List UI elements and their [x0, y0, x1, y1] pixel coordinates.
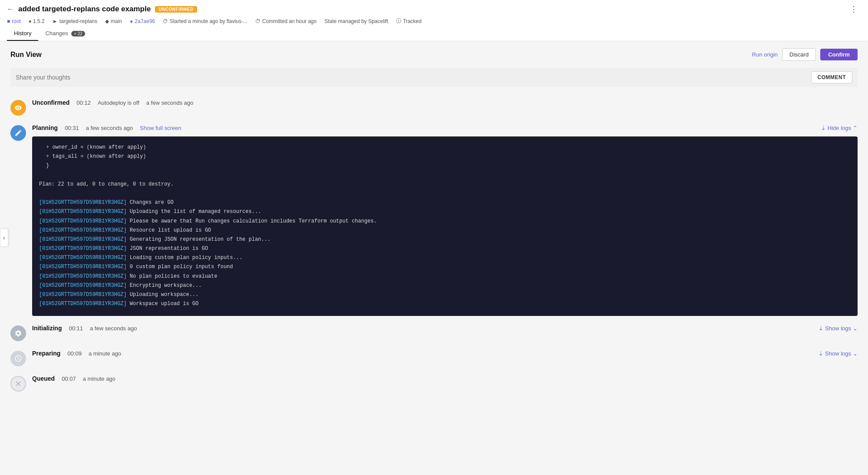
initializing-step: Initializing 00:11 a few seconds ago ⇣ S…: [32, 325, 858, 332]
preparing-icon: [10, 351, 26, 366]
committed-label: Committed an hour ago: [262, 18, 317, 24]
planning-step: Planning 00:31 a few seconds ago Show fu…: [32, 124, 858, 316]
list-item: Unconfirmed 00:12 Autodeploy is off a fe…: [10, 99, 858, 116]
download-icon: ⇣: [818, 350, 823, 357]
list-item: Planning 00:31 a few seconds ago Show fu…: [10, 124, 858, 316]
step-duration: 00:07: [62, 375, 76, 382]
sidebar-chevron[interactable]: ‹: [0, 229, 8, 247]
log-line: + tags_all = (known after apply): [39, 153, 851, 161]
step-duration: 00:09: [67, 350, 82, 357]
run-origin-button[interactable]: Run origin: [752, 51, 778, 58]
log-line: + owner_id = (known after apply): [39, 143, 851, 152]
log-line: [01H52GRTTDH597D59RB1YR3HGZ] Loading cus…: [39, 254, 851, 262]
unconfirmed-icon: [10, 100, 26, 116]
step-extra: Autodeploy is off: [98, 100, 139, 106]
list-item: Preparing 00:09 a minute ago ⇣ Show logs…: [10, 350, 858, 366]
committed-icon: ⏱: [255, 18, 261, 24]
status-badge: UNCONFIRMED: [155, 6, 197, 13]
log-line: [01H52GRTTDH597D59RB1YR3HGZ] No plan pol…: [39, 272, 851, 281]
list-item: Initializing 00:11 a few seconds ago ⇣ S…: [10, 325, 858, 341]
show-fullscreen-button[interactable]: Show full screen: [140, 125, 181, 131]
log-line: }: [39, 162, 851, 170]
state-label: State managed by Spacelift: [324, 18, 388, 24]
step-duration: 00:11: [69, 325, 83, 332]
confirm-button[interactable]: Confirm: [820, 49, 858, 60]
version-icon: ♦: [29, 18, 31, 24]
log-line: [01H52GRTTDH597D59RB1YR3HGZ] 0 custom pl…: [39, 263, 851, 271]
changes-badge: + 22: [71, 31, 85, 37]
tab-changes[interactable]: Changes + 22: [38, 27, 92, 41]
tracked-label: Tracked: [403, 18, 422, 24]
log-line: [01H52GRTTDH597D59RB1YR3HGZ] Resource li…: [39, 226, 851, 235]
log-line: [01H52GRTTDH597D59RB1YR3HGZ] Generating …: [39, 236, 851, 244]
ref-icon: ◆: [105, 18, 109, 24]
ref-label: main: [111, 18, 122, 24]
comment-box: COMMENT: [10, 68, 858, 87]
step-name: Preparing: [32, 350, 60, 357]
run-view-title: Run View: [10, 51, 42, 59]
run-view-header: Run View Run origin Discard Confirm: [0, 41, 868, 68]
log-line: [01H52GRTTDH597D59RB1YR3HGZ] Uploading w…: [39, 291, 851, 299]
clock-icon: ⏱: [163, 18, 168, 24]
step-time: a few seconds ago: [90, 325, 137, 332]
show-logs-button[interactable]: ⇣ Show logs ⌄: [818, 350, 858, 357]
show-logs-label: Show logs: [825, 325, 851, 332]
hide-logs-button[interactable]: ⇣ Hide logs ⌃: [821, 125, 858, 131]
step-name: Queued: [32, 375, 55, 382]
main-content: COMMENT Unconfirmed 00:12 Autodeploy is …: [0, 68, 868, 411]
top-bar: ← added targeted-replans code example UN…: [0, 0, 868, 41]
info-icon: ⓘ: [396, 17, 401, 25]
meta-row: ■ root ♦ 1.5.2 ► targeted-replans ◆ main…: [7, 17, 861, 25]
preparing-step: Preparing 00:09 a minute ago ⇣ Show logs…: [32, 350, 858, 357]
commit-icon: ●: [130, 18, 133, 24]
branch-icon: ►: [53, 18, 58, 24]
chevron-down-icon: ⌄: [853, 350, 858, 357]
step-name: Unconfirmed: [32, 99, 69, 106]
queued-step: Queued 00:07 a minute ago: [32, 375, 858, 382]
discard-button[interactable]: Discard: [782, 48, 816, 61]
comment-button[interactable]: COMMENT: [811, 71, 853, 83]
version-label: 1.5.2: [33, 18, 45, 24]
page-title: added targeted-replans code example: [18, 5, 151, 13]
tab-history[interactable]: History: [7, 27, 38, 41]
tabs-row: History Changes + 22: [7, 27, 861, 41]
log-terminal: + owner_id = (known after apply) + tags_…: [32, 136, 858, 316]
list-item: Queued 00:07 a minute ago: [10, 375, 858, 392]
log-line: [01H52GRTTDH597D59RB1YR3HGZ] Please be a…: [39, 217, 851, 226]
root-link[interactable]: root: [12, 18, 21, 24]
log-line: [39, 171, 851, 179]
chevron-down-icon: ⌄: [853, 325, 858, 332]
log-line: [01H52GRTTDH597D59RB1YR3HGZ] Changes are…: [39, 199, 851, 207]
step-time: a few seconds ago: [146, 100, 193, 106]
log-line: [01H52GRTTDH597D59RB1YR3HGZ] JSON repres…: [39, 245, 851, 253]
download-icon: ⇣: [818, 325, 823, 332]
timeline: Unconfirmed 00:12 Autodeploy is off a fe…: [10, 99, 858, 400]
root-icon: ■: [7, 18, 10, 24]
unconfirmed-step: Unconfirmed 00:12 Autodeploy is off a fe…: [32, 99, 858, 106]
show-logs-button[interactable]: ⇣ Show logs ⌄: [818, 325, 858, 332]
log-line: [01H52GRTTDH597D59RB1YR3HGZ] Encrypting …: [39, 282, 851, 290]
header-actions: Run origin Discard Confirm: [752, 48, 858, 61]
step-name: Planning: [32, 124, 58, 131]
step-name: Initializing: [32, 325, 62, 332]
log-line: [01H52GRTTDH597D59RB1YR3HGZ] Uploading t…: [39, 208, 851, 216]
chevron-up-icon: ⌃: [853, 125, 858, 131]
step-duration: 00:12: [76, 100, 91, 106]
initializing-icon: [10, 326, 26, 341]
download-icon: ⇣: [821, 125, 826, 131]
step-time: a minute ago: [89, 350, 121, 357]
show-logs-label: Show logs: [825, 350, 851, 357]
log-line: [01H52GRTTDH597D59RB1YR3HGZ] Workspace u…: [39, 300, 851, 308]
branch-label: targeted-replans: [59, 18, 97, 24]
back-button[interactable]: ←: [7, 5, 14, 13]
comment-input[interactable]: [16, 68, 811, 87]
step-time: a minute ago: [83, 375, 116, 382]
planning-icon: [10, 125, 26, 141]
queued-icon: [10, 376, 26, 392]
log-line: Plan: 22 to add, 0 to change, 0 to destr…: [39, 180, 851, 189]
commit-link[interactable]: 2a7ae96: [135, 18, 155, 24]
more-options-button[interactable]: ⋮: [846, 4, 861, 14]
step-time: a few seconds ago: [86, 125, 133, 131]
started-label: Started a minute ago by flavius-...: [170, 18, 248, 24]
hide-logs-label: Hide logs: [828, 125, 851, 131]
